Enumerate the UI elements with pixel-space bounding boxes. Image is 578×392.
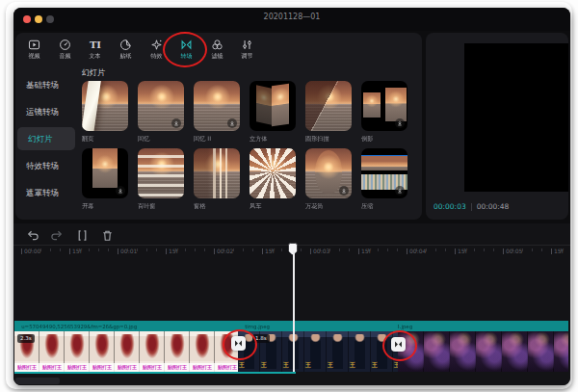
ruler-label: 15f [72, 248, 82, 254]
frame-caption: 王 [261, 361, 267, 370]
timeline-panel: 00:0015f00:0115f00:0215f00:0315f00:0415f… [13, 223, 570, 385]
sticker-icon [119, 39, 132, 51]
frame-caption: 贴图打王 [115, 363, 140, 372]
transition-name: 风车 [250, 202, 294, 211]
transition-name: 窗格 [194, 202, 238, 211]
applied-transition-marker-2[interactable] [391, 337, 406, 352]
window-title: 20201128—01 [13, 13, 570, 21]
frame-caption: 贴图打王 [39, 363, 65, 372]
download-icon [339, 186, 349, 196]
filmstrip-frame [450, 331, 476, 372]
ruler-label: 00:00 [24, 248, 40, 254]
ruler-label: 15f [361, 248, 371, 254]
ruler-label: 00:02 [217, 248, 233, 254]
split-button[interactable] [75, 228, 90, 243]
filmstrip-frame: 王 [349, 331, 371, 372]
transition-effect-overlay [194, 148, 240, 198]
frame-caption: 王 [283, 361, 289, 370]
timecode-divider [471, 203, 472, 211]
transition-name: 翻页 [82, 135, 126, 144]
clip-filmstrip [398, 331, 568, 372]
transition-cell: 倒影 [361, 81, 407, 144]
transition-thumb-plain[interactable] [194, 81, 240, 131]
clip-filename: timg.jpeg [238, 323, 270, 328]
filter-icon [211, 39, 223, 51]
transition-cell: 回忆 II [194, 81, 240, 144]
sidebar-item-1[interactable]: 基础转场 [15, 73, 77, 96]
ruler-label: 00:01 [120, 248, 137, 254]
timeline-clip-1[interactable]: u=57049490,525653929&fm=26&gp=0.jpg贴图打王贴… [14, 321, 238, 372]
transition-thumb-compress[interactable] [361, 148, 407, 198]
clip-filmstrip: 贴图打王贴图打王贴图打王贴图打王贴图打王贴图打王贴图打王贴图打王贴图打王 [14, 331, 238, 372]
ruler-label: 00:04 [409, 248, 426, 254]
transition-thumb-reflect[interactable] [361, 81, 407, 131]
transition-thumb-panes[interactable] [194, 148, 240, 198]
timeline-clip-2[interactable]: timg.jpeg王王王王王王王王 [238, 321, 398, 372]
transition-thumb-plain[interactable] [138, 81, 184, 131]
redo-button[interactable] [50, 228, 65, 243]
transition-thumb-pinwheel[interactable] [250, 148, 296, 198]
delete-button[interactable] [100, 228, 115, 243]
transition-cell: 圆形扫描 [305, 81, 352, 144]
top-toolbar: 视频音频TI文本贴纸特效转场滤镜调节 [19, 36, 263, 63]
frame-caption: 贴图打王 [165, 363, 190, 372]
section-title: 幻灯片 [82, 67, 105, 78]
applied-transition-marker-1[interactable] [231, 336, 246, 351]
transition-name: 立方体 [250, 135, 294, 144]
transition-name: 万花筒 [305, 202, 350, 211]
transition-effect-overlay [138, 148, 184, 198]
transition-icon [180, 39, 193, 51]
transition-thumb-page-curl[interactable] [82, 81, 128, 131]
download-icon [116, 186, 125, 196]
transition-thumb-wipe[interactable] [305, 81, 352, 131]
toolbar-item-adjust[interactable]: 调节 [232, 36, 263, 63]
frame-caption: 王 [372, 361, 378, 370]
transition-effect-overlay [305, 81, 352, 131]
toolbar-item-label: 文本 [90, 52, 101, 60]
total-time: 00:00:48 [477, 202, 510, 211]
frame-caption: 贴图打王 [190, 363, 215, 372]
timeline-clip-3[interactable]: timg-4.jpeg [398, 321, 568, 372]
transition-name: 压缩 [361, 202, 406, 211]
filmstrip-frame: 王 [371, 331, 393, 372]
transition-thumb-kaleido[interactable] [305, 148, 352, 198]
transition-cell: 风车 [250, 148, 296, 211]
toolbar-item-sticker[interactable]: 贴纸 [111, 36, 142, 63]
transition-name: 倒影 [361, 135, 406, 144]
sidebar-item-4[interactable]: 特效转场 [15, 154, 77, 177]
sidebar-item-5[interactable]: 遮罩转场 [15, 181, 77, 204]
toolbar-item-filter[interactable]: 滤镜 [202, 36, 233, 63]
undo-button[interactable] [25, 228, 39, 243]
transition-cell: 窗格 [194, 148, 240, 211]
toolbar-item-text[interactable]: TI文本 [80, 36, 111, 63]
video-icon [28, 39, 40, 51]
filmstrip-frame [502, 331, 528, 372]
toolbar-item-video[interactable]: 视频 [19, 36, 50, 63]
ruler-label: 15f [169, 248, 178, 254]
transition-thumb-cube[interactable] [250, 81, 296, 131]
clip-filename: u=57049490,525653929&fm=26&gp=0.jpg [14, 323, 137, 328]
transition-name: 回忆 II [194, 135, 238, 144]
transition-effect-overlay [250, 148, 296, 198]
toolbar-item-transition[interactable]: 转场 [171, 36, 202, 63]
sidebar-item-3[interactable]: 幻灯片 [17, 127, 75, 150]
timecode-row: 00:00:03 00:00:48 [434, 202, 509, 211]
toolbar-item-audio[interactable]: 音频 [50, 36, 81, 63]
download-icon [227, 118, 237, 128]
transition-thumb-curtain[interactable] [82, 148, 128, 198]
filmstrip-frame: 贴图打王 [65, 331, 90, 372]
frame-caption: 贴图打王 [65, 363, 90, 372]
video-preview[interactable] [464, 43, 568, 192]
toolbar-item-label: 特效 [150, 52, 162, 60]
toolbar-item-label: 滤镜 [211, 52, 223, 60]
frame-caption: 贴图打王 [215, 363, 238, 372]
sidebar-item-2[interactable]: 运镜转场 [15, 100, 77, 123]
clip-duration-badge: 2.3s [17, 334, 35, 343]
text-icon: TI [90, 39, 101, 51]
transition-name: 回忆 [138, 135, 182, 144]
transition-thumb-blinds[interactable] [138, 148, 184, 198]
effects-icon [150, 39, 163, 51]
transition-cell: 开幕 [82, 148, 128, 211]
transition-name: 开幕 [82, 202, 126, 211]
toolbar-item-effects[interactable]: 特效 [141, 36, 171, 63]
